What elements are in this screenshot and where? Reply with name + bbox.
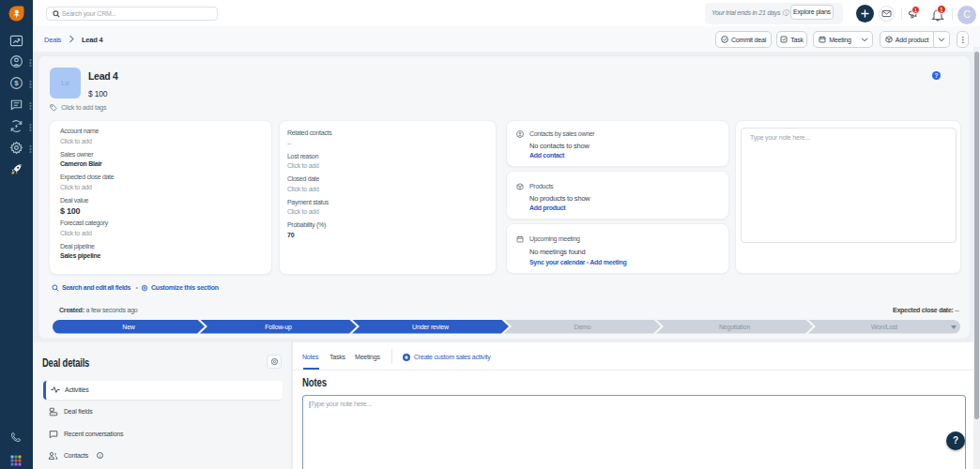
svg-text:$: $	[14, 79, 19, 87]
